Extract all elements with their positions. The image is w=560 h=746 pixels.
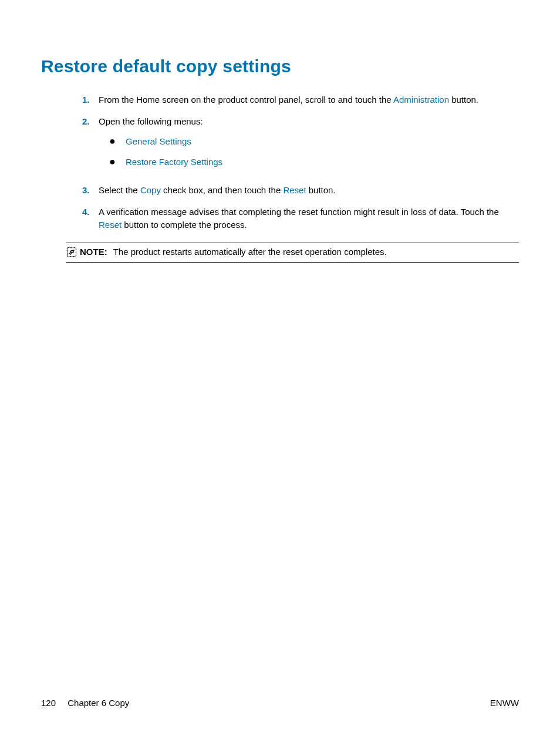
step-body: Select the Copy check box, and then touc… (99, 184, 519, 197)
step-number: 1. (82, 93, 99, 107)
step-2: 2. Open the following menus: ● General S… (82, 115, 519, 176)
note-text: The product restarts automatically after… (113, 246, 387, 259)
svg-rect-0 (68, 247, 76, 256)
page-heading: Restore default copy settings (41, 53, 519, 79)
reset-link: Reset (99, 220, 122, 230)
administration-link: Administration (393, 95, 449, 105)
footer-left: 120 Chapter 6 Copy (41, 697, 129, 710)
sub-item: ● Restore Factory Settings (109, 156, 519, 169)
step-number: 3. (82, 184, 99, 197)
chapter-label: Chapter 6 Copy (68, 698, 129, 708)
step-text: check box, and then touch the (161, 185, 283, 195)
bullet-icon: ● (109, 156, 126, 169)
page-number: 120 (41, 698, 56, 708)
step-text: Select the (99, 185, 140, 195)
step-body: From the Home screen on the product cont… (99, 93, 519, 107)
copy-link: Copy (140, 185, 161, 195)
footer-right: ENWW (490, 697, 519, 710)
step-text: Open the following menus: (99, 116, 203, 126)
step-text: From the Home screen on the product cont… (99, 95, 393, 105)
note-block: NOTE: The product restarts automatically… (66, 243, 519, 263)
step-number: 4. (82, 206, 99, 219)
step-body: Open the following menus: ● General Sett… (99, 115, 519, 176)
step-1: 1. From the Home screen on the product c… (82, 93, 519, 107)
step-number: 2. (82, 115, 99, 129)
general-settings-link: General Settings (126, 135, 191, 149)
step-text: button. (306, 185, 336, 195)
restore-factory-settings-link: Restore Factory Settings (126, 156, 222, 169)
sub-item: ● General Settings (109, 135, 519, 149)
note-label: NOTE: (80, 246, 107, 259)
step-text: button to complete the process. (122, 220, 247, 230)
step-text: A verification message advises that comp… (99, 207, 499, 217)
step-3: 3. Select the Copy check box, and then t… (82, 184, 519, 197)
steps-list: 1. From the Home screen on the product c… (82, 93, 519, 232)
reset-link: Reset (283, 185, 306, 195)
bullet-icon: ● (109, 135, 126, 148)
note-icon (66, 246, 77, 258)
sub-list: ● General Settings ● Restore Factory Set… (109, 135, 519, 169)
step-body: A verification message advises that comp… (99, 206, 519, 232)
step-text: button. (449, 95, 478, 105)
page-footer: 120 Chapter 6 Copy ENWW (41, 697, 519, 710)
step-4: 4. A verification message advises that c… (82, 206, 519, 232)
